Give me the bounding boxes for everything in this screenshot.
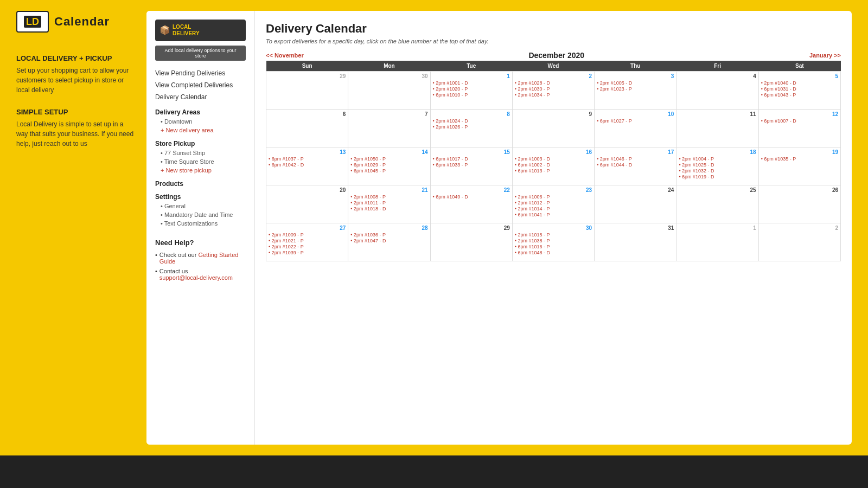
day-number[interactable]: 18 (679, 149, 756, 155)
calendar-cell: 30• 2pm #1015 - P• 2pm #1038 - P• 6pm #1… (512, 223, 594, 261)
need-help-title: Need Help? (155, 239, 246, 247)
calendar-event: • 2pm #1018 - D (350, 206, 427, 211)
calendar-event: • 2pm #1008 - P (350, 194, 427, 200)
calendar-event: • 6pm #1002 - D (515, 162, 592, 168)
calendar-cell: 15• 6pm #1017 - D• 6pm #1033 - P (430, 147, 512, 185)
calendar-subtitle: To export deliveries for a specific day,… (266, 38, 841, 44)
day-number[interactable]: 5 (761, 73, 838, 79)
cal-header-thu: Thu (595, 61, 676, 72)
need-help-section: Need Help? • Check out our Getting Start… (155, 239, 246, 282)
calendar-cell: 31 (595, 223, 676, 261)
add-local-delivery-button[interactable]: Add local delivery options to your store (155, 46, 246, 61)
add-delivery-area-link[interactable]: + New delivery area (155, 126, 246, 134)
day-number[interactable]: 10 (597, 111, 674, 117)
calendar-cell: 13• 6pm #1037 - P• 6pm #1042 - D (266, 147, 348, 185)
calendar-week-1: 678• 2pm #1024 - D• 2pm #1026 - P910• 6p… (266, 110, 841, 147)
products-title: Products (155, 180, 246, 188)
calendar-week-3: 2021• 2pm #1008 - P• 2pm #1011 - P• 2pm … (266, 185, 841, 223)
calendar-event: • 2pm #1003 - D (515, 156, 592, 162)
day-number: 29 (269, 73, 346, 79)
support-email-link[interactable]: support@local-delivery.com (159, 274, 233, 281)
card-logo-icon: 📦 (159, 25, 170, 35)
app-title: Calendar (54, 15, 110, 29)
calendar-event: • 2pm #1011 - P (350, 200, 427, 206)
day-number[interactable]: 12 (761, 111, 838, 117)
day-number[interactable]: 15 (433, 149, 510, 155)
calendar-cell: 25 (676, 185, 758, 223)
delivery-calendar-link[interactable]: Delivery Calendar (155, 91, 246, 103)
calendar-event: • 6pm #1033 - P (433, 162, 510, 168)
view-completed-deliveries-link[interactable]: View Completed Deliveries (155, 79, 246, 91)
settings-general: • General (155, 202, 246, 210)
day-number[interactable]: 2 (515, 73, 592, 79)
day-number[interactable]: 3 (597, 73, 674, 79)
calendar-event: • 2pm #1038 - P (515, 238, 592, 243)
prev-month-link[interactable]: << November (266, 52, 304, 59)
store-pickup-item-2: • Time Square Store (155, 157, 246, 166)
white-card: 📦 LOCAL DELIVERY Add local delivery opti… (146, 11, 852, 445)
calendar-cell: 2• 2pm #1028 - D• 2pm #1030 - P• 2pm #10… (512, 72, 594, 110)
day-number[interactable]: 22 (433, 187, 510, 193)
calendar-event: • 2pm #1005 - D (597, 80, 674, 86)
calendar-event: • 6pm #1037 - P (269, 156, 346, 162)
calendar-cell: 22• 6pm #1049 - D (430, 185, 512, 223)
day-number: 2 (761, 225, 838, 231)
getting-started-link[interactable]: Getting Started Guide (159, 252, 239, 265)
next-month-link[interactable]: January >> (809, 52, 841, 59)
calendar-cell: 1• 2pm #1001 - D• 2pm #1020 - P• 6pm #10… (430, 72, 512, 110)
day-number: 30 (350, 73, 427, 79)
calendar-cell: 7 (348, 110, 430, 147)
day-number[interactable]: 17 (597, 149, 674, 155)
cal-header-wed: Wed (512, 61, 594, 72)
calendar-cell: 30 (348, 72, 430, 110)
calendar-event: • 6pm #1029 - P (350, 162, 427, 168)
calendar-event: • 2pm #1030 - P (515, 86, 592, 92)
calendar-cell: 26 (758, 185, 840, 223)
calendar-event: • 6pm #1042 - D (269, 162, 346, 168)
calendar-event: • 2pm #1032 - D (679, 168, 756, 174)
day-number[interactable]: 19 (761, 149, 838, 155)
local-delivery-text: Set up your shopping cart to allow your … (16, 66, 136, 95)
view-pending-deliveries-link[interactable]: View Pending Deliveries (155, 67, 246, 79)
calendar-cell: 5• 2pm #1040 - D• 6pm #1031 - D• 6pm #10… (758, 72, 840, 110)
day-number: 25 (679, 187, 756, 193)
logo-icon: LD (16, 11, 49, 33)
calendar-cell: 17• 2pm #1046 - P• 6pm #1044 - D (595, 147, 676, 185)
settings-mandatory-date: • Mandatory Date and Time (155, 210, 246, 219)
day-number[interactable]: 21 (350, 187, 427, 193)
calendar-event: • 2pm #1036 - P (350, 232, 427, 237)
day-number[interactable]: 27 (269, 225, 346, 231)
day-number[interactable]: 16 (515, 149, 592, 155)
day-number[interactable]: 28 (350, 225, 427, 231)
calendar-title: Delivery Calendar (266, 22, 841, 36)
calendar-table: SunMonTueWedThuFriSat 29301• 2pm #1001 -… (266, 61, 841, 261)
local-delivery-heading: LOCAL DELIVERY + PICKUP (16, 54, 136, 62)
cal-header-sat: Sat (758, 61, 840, 72)
calendar-event: • 2pm #1021 - P (269, 238, 346, 243)
calendar-event: • 2pm #1015 - P (515, 232, 592, 237)
calendar-cell: 27• 2pm #1009 - P• 2pm #1021 - P• 2pm #1… (266, 223, 348, 261)
right-panel: 📦 LOCAL DELIVERY Add local delivery opti… (146, 11, 852, 445)
day-number[interactable]: 30 (515, 225, 592, 231)
day-number[interactable]: 23 (515, 187, 592, 193)
add-store-pickup-link[interactable]: + New store pickup (155, 166, 246, 175)
calendar-cell: 19• 6pm #1035 - P (758, 147, 840, 185)
day-number[interactable]: 13 (269, 149, 346, 155)
calendar-event: • 2pm #1026 - P (433, 124, 510, 130)
day-number: 4 (679, 73, 756, 79)
delivery-areas-title: Delivery Areas (155, 108, 246, 116)
day-number[interactable]: 1 (433, 73, 510, 79)
calendar-cell: 4 (676, 72, 758, 110)
calendar-event: • 2pm #1040 - D (761, 80, 838, 86)
settings-text-customizations: • Text Customizations (155, 219, 246, 228)
day-number[interactable]: 14 (350, 149, 427, 155)
calendar-event: • 2pm #1047 - D (350, 238, 427, 243)
cal-header-fri: Fri (676, 61, 758, 72)
day-number: 26 (761, 187, 838, 193)
day-number[interactable]: 8 (433, 111, 510, 117)
calendar-area: Delivery Calendar To export deliveries f… (255, 11, 852, 445)
calendar-week-4: 27• 2pm #1009 - P• 2pm #1021 - P• 2pm #1… (266, 223, 841, 261)
calendar-event: • 2pm #1023 - P (597, 86, 674, 92)
getting-started-item: • Check out our Getting Started Guide (155, 250, 246, 266)
cal-header-sun: Sun (266, 61, 348, 72)
